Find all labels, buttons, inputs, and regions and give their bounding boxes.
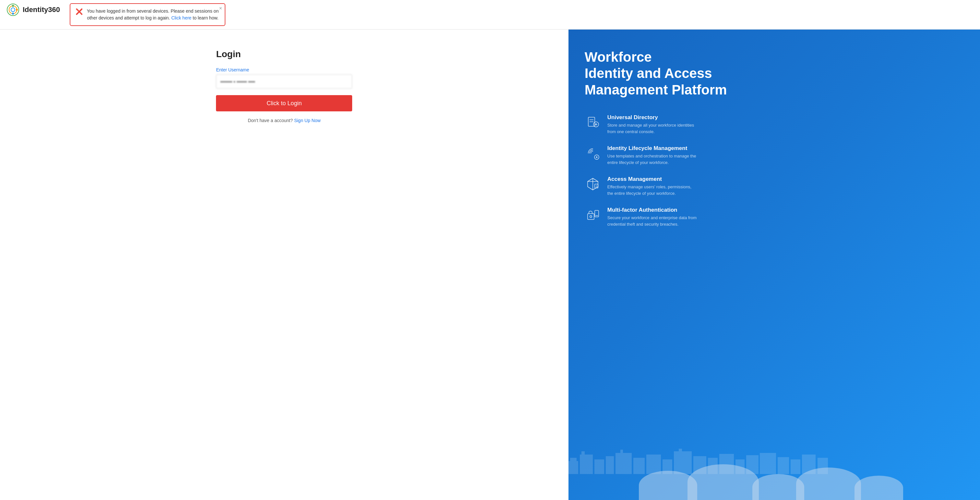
svg-rect-17 [588,214,594,219]
svg-point-5 [12,13,14,14]
feature-title-lifecycle: Identity Lifecycle Management [608,145,698,152]
directory-icon [585,114,601,131]
cloud-2 [687,464,759,500]
login-title: Login [216,49,352,59]
username-label: Enter Username [216,67,352,72]
svg-point-1 [9,6,17,14]
svg-point-3 [12,5,14,7]
right-heading: Workforce Identity and Access Management… [585,49,964,98]
logo-icon [6,3,19,16]
cloud-5 [854,476,903,500]
main-layout: Login Enter Username Click to Login Don'… [0,30,980,500]
right-panel: Workforce Identity and Access Management… [568,30,980,500]
feature-desc-directory: Store and manage all your workforce iden… [608,122,698,135]
alert-message: You have logged in from several devices.… [86,8,220,21]
left-panel: Login Enter Username Click to Login Don'… [0,30,568,500]
feature-desc-lifecycle: Use templates and orchestration to manag… [608,153,698,166]
svg-point-18 [590,216,592,217]
login-form: Login Enter Username Click to Login Don'… [216,49,352,123]
svg-point-2 [11,8,15,12]
feature-desc-mfa: Secure your workforce and enterprise dat… [608,215,698,227]
cloud-decoration [568,461,980,500]
access-icon [585,176,601,192]
feature-item-access: Access Management Effectively manage use… [585,176,964,196]
feature-title-directory: Universal Directory [608,114,698,121]
alert-banner: ❌ You have logged in from several device… [70,3,225,26]
signup-text: Don't have a account? Sign Up Now [216,118,352,123]
username-input[interactable] [216,74,352,89]
logo-area: Identity360 [6,3,60,16]
feature-item-directory: Universal Directory Store and manage all… [585,114,964,135]
feature-desc-access: Effectively manage users' roles, permiss… [608,184,698,196]
alert-link[interactable]: Click here [171,15,191,21]
top-bar: Identity360 ❌ You have logged in from se… [0,0,980,30]
svg-rect-19 [595,210,599,217]
cloud-4 [796,468,861,500]
svg-point-4 [16,9,18,11]
feature-list: Universal Directory Store and manage all… [585,114,964,227]
feature-title-mfa: Multi-factor Authentication [608,207,698,213]
signup-link[interactable]: Sign Up Now [294,118,321,123]
mfa-icon [585,207,601,223]
feature-title-access: Access Management [608,176,698,182]
error-icon: ❌ [76,8,83,15]
alert-close-button[interactable]: × [219,6,222,11]
logo-text: Identity360 [23,5,60,14]
lifecycle-icon [585,145,601,161]
feature-item-lifecycle: Identity Lifecycle Management Use templa… [585,145,964,166]
login-button[interactable]: Click to Login [216,95,352,111]
feature-item-mfa: Multi-factor Authentication Secure your … [585,207,964,227]
